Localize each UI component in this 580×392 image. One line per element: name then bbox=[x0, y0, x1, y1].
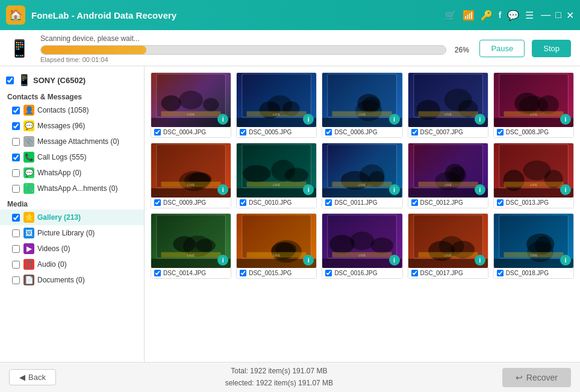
photo-checkbox[interactable] bbox=[240, 129, 246, 135]
photo-checkbox[interactable] bbox=[411, 199, 418, 206]
info-badge[interactable]: i bbox=[389, 255, 400, 266]
photo-checkbox[interactable] bbox=[411, 129, 418, 135]
sidebar-item-whatsappatt[interactable]: 📎 WhatsApp A...hments (0) bbox=[0, 181, 144, 196]
svg-point-68 bbox=[449, 166, 466, 184]
device-checkbox[interactable] bbox=[6, 76, 14, 84]
calllogs-checkbox[interactable] bbox=[12, 154, 20, 161]
info-badge[interactable]: i bbox=[560, 255, 571, 266]
photo-checkbox[interactable] bbox=[325, 129, 332, 135]
msgatt-checkbox[interactable] bbox=[12, 138, 20, 146]
minimize-button[interactable]: — bbox=[541, 10, 550, 21]
facebook-icon[interactable]: f bbox=[499, 10, 502, 20]
info-badge[interactable]: i bbox=[560, 114, 571, 125]
info-badge[interactable]: i bbox=[475, 114, 485, 125]
info-badge[interactable]: i bbox=[560, 184, 571, 195]
bottom-bar: ◀ Back Total: 1922 item(s) 191.07 MB sel… bbox=[0, 362, 580, 392]
photo-item: LIVE i DSC_0005.JPG bbox=[236, 72, 317, 138]
window-controls: — □ ✕ bbox=[541, 10, 574, 21]
whatsapp-icon: 💬 bbox=[23, 167, 34, 178]
piclibrary-checkbox[interactable] bbox=[12, 229, 20, 237]
close-button[interactable]: ✕ bbox=[566, 10, 574, 21]
photo-checkbox[interactable] bbox=[154, 129, 161, 135]
photo-label: DSC_0015.JPG bbox=[237, 268, 316, 278]
key-icon[interactable]: 🔑 bbox=[481, 10, 493, 21]
photo-name: DSC_0009.JPG bbox=[163, 199, 206, 206]
photo-item: LIVE i DSC_0013.JPG bbox=[493, 143, 574, 208]
svg-point-99 bbox=[351, 232, 375, 250]
section-label-contacts: Contacts & Messages bbox=[0, 89, 144, 102]
main-area: 📱 SONY (C6502) Contacts & Messages 👤 Con… bbox=[0, 66, 580, 362]
sidebar-device: 📱 SONY (C6502) bbox=[0, 71, 144, 89]
sidebar-item-contacts[interactable]: 👤 Contacts (1058) bbox=[0, 102, 144, 118]
sidebar-item-piclibrary[interactable]: 🖼 Picture Library (0) bbox=[0, 225, 144, 241]
info-badge[interactable]: i bbox=[389, 184, 400, 195]
whatsapp-checkbox[interactable] bbox=[12, 169, 20, 177]
info-badge[interactable]: i bbox=[389, 114, 400, 125]
photo-item: LIVE i DSC_0017.JPG bbox=[408, 213, 488, 279]
photo-item: LIVE i DSC_0010.JPG bbox=[236, 143, 317, 208]
recover-label: Recover bbox=[526, 373, 558, 382]
svg-text:LIVE: LIVE bbox=[187, 113, 195, 116]
photo-checkbox[interactable] bbox=[240, 270, 246, 276]
sidebar-item-messages[interactable]: 💬 Messages (96) bbox=[0, 118, 144, 134]
info-badge[interactable]: i bbox=[475, 184, 485, 195]
sidebar-item-whatsapp[interactable]: 💬 WhatsApp (0) bbox=[0, 165, 144, 181]
info-badge[interactable]: i bbox=[475, 255, 485, 266]
photo-thumbnail: LIVE i bbox=[322, 214, 402, 268]
sidebar-item-gallery[interactable]: ⭐ Gallery (213) bbox=[0, 210, 144, 225]
svg-text:LIVE: LIVE bbox=[359, 113, 366, 116]
photo-thumbnail: LIVE i bbox=[494, 73, 573, 127]
back-button[interactable]: ◀ Back bbox=[9, 369, 56, 385]
back-arrow-icon: ◀ bbox=[19, 373, 25, 382]
maximize-button[interactable]: □ bbox=[555, 10, 561, 21]
photo-checkbox[interactable] bbox=[497, 129, 504, 135]
photo-label: DSC_0006.JPG bbox=[322, 127, 402, 137]
svg-text:LIVE: LIVE bbox=[444, 113, 452, 116]
videos-checkbox[interactable] bbox=[12, 245, 20, 253]
svg-point-50 bbox=[243, 165, 270, 182]
photo-checkbox[interactable] bbox=[497, 199, 504, 206]
photo-item: LIVE i DSC_0011.JPG bbox=[322, 143, 402, 208]
photo-checkbox[interactable] bbox=[497, 270, 504, 276]
chat-icon[interactable]: 💬 bbox=[507, 10, 519, 21]
documents-checkbox[interactable] bbox=[12, 276, 20, 284]
photo-checkbox[interactable] bbox=[154, 199, 161, 206]
photo-thumbnail: LIVE i bbox=[494, 143, 573, 198]
svg-point-100 bbox=[371, 237, 393, 253]
cart-icon[interactable]: 🛒 bbox=[444, 10, 457, 21]
sidebar-item-msgatt[interactable]: 📎 Message Attachments (0) bbox=[0, 134, 144, 149]
wifi-icon[interactable]: 📶 bbox=[463, 10, 475, 21]
svg-point-26 bbox=[416, 100, 440, 120]
photo-checkbox[interactable] bbox=[325, 199, 332, 206]
gallery-icon: ⭐ bbox=[23, 212, 34, 223]
audio-checkbox[interactable] bbox=[12, 261, 20, 269]
device-name: SONY (C6502) bbox=[33, 76, 86, 85]
photo-item: LIVE i DSC_0007.JPG bbox=[408, 72, 488, 138]
photo-thumbnail: LIVE i bbox=[322, 143, 402, 198]
pause-button[interactable]: Pause bbox=[479, 40, 525, 57]
messages-checkbox[interactable] bbox=[12, 122, 20, 130]
menu-icon[interactable]: ☰ bbox=[525, 10, 534, 21]
photo-label: DSC_0010.JPG bbox=[237, 198, 316, 208]
photo-thumbnail: LIVE i bbox=[408, 214, 488, 268]
svg-point-4 bbox=[203, 98, 219, 111]
photo-item: LIVE i DSC_0016.JPG bbox=[322, 213, 402, 279]
whatsappatt-checkbox[interactable] bbox=[12, 185, 20, 193]
gallery-checkbox[interactable] bbox=[12, 214, 20, 222]
photo-checkbox[interactable] bbox=[240, 199, 246, 206]
photo-label: DSC_0014.JPG bbox=[151, 268, 231, 278]
contacts-checkbox[interactable] bbox=[12, 107, 20, 114]
sidebar-item-videos[interactable]: ▶ Videos (0) bbox=[0, 241, 144, 257]
sidebar-item-calllogs[interactable]: 📞 Call Logs (555) bbox=[0, 149, 144, 165]
recover-button[interactable]: ↩ Recover bbox=[502, 368, 571, 387]
photo-checkbox[interactable] bbox=[411, 270, 418, 276]
photo-checkbox[interactable] bbox=[325, 270, 332, 276]
photo-checkbox[interactable] bbox=[154, 270, 161, 276]
svg-text:LIVE: LIVE bbox=[359, 183, 366, 187]
stop-button[interactable]: Stop bbox=[532, 40, 571, 57]
photo-label: DSC_0016.JPG bbox=[322, 268, 402, 278]
sidebar-item-documents[interactable]: 📄 Documents (0) bbox=[0, 272, 144, 288]
photo-item: LIVE i DSC_0008.JPG bbox=[493, 72, 574, 138]
sidebar-item-audio[interactable]: 🎵 Audio (0) bbox=[0, 257, 144, 272]
photo-name: DSC_0016.JPG bbox=[334, 270, 377, 276]
